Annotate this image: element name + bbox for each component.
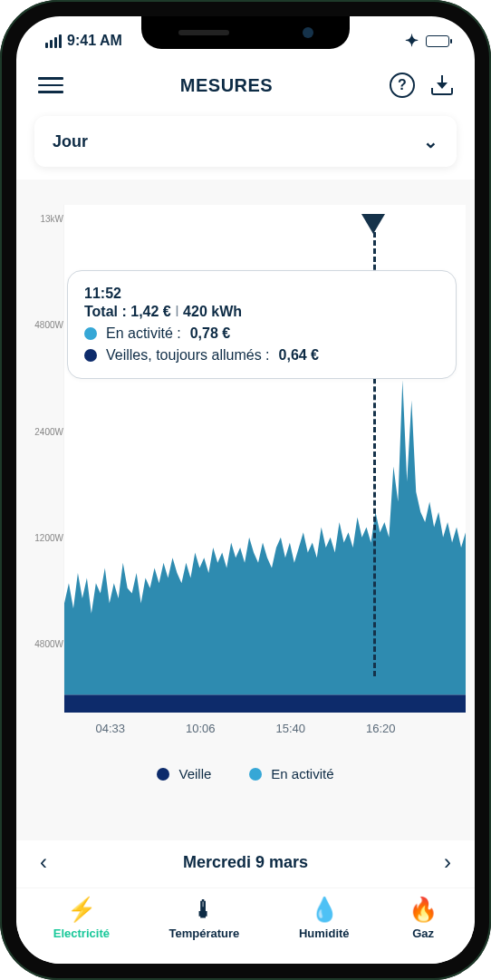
app-header: MESURES ?: [16, 65, 475, 109]
flame-icon: 🔥: [409, 898, 438, 921]
download-icon[interactable]: [431, 75, 453, 95]
tooltip-total: Total : 1,42 € I 420 kWh: [84, 304, 439, 320]
bolt-icon: ⚡: [67, 898, 96, 921]
y-axis-labels: 13kW 4800W 2400W 1200W 4800W: [25, 205, 63, 713]
tooltip-time: 11:52: [84, 286, 439, 302]
tooltip-standby-label: Veilles, toujours allumés :: [106, 347, 270, 364]
dot-active-icon: [84, 327, 97, 340]
droplets-icon: 💧: [310, 898, 339, 921]
tooltip-active-label: En activité :: [106, 325, 181, 342]
page-title: MESURES: [180, 75, 273, 96]
tab-temperature[interactable]: 🌡 Température: [169, 898, 240, 940]
bluetooth-icon: ✦: [405, 31, 419, 51]
current-date: Mercredi 9 mars: [183, 853, 308, 872]
x-axis-labels: 04:33 10:06 15:40 16:20: [25, 713, 466, 752]
chart-marker-icon[interactable]: [361, 214, 385, 234]
menu-icon[interactable]: [38, 77, 63, 93]
chart-container: 13kW 4800W 2400W 1200W 4800W 11:5: [16, 180, 475, 840]
dot-standby-icon: [84, 349, 97, 362]
chart-legend: Veille En activité: [25, 752, 466, 798]
statusbar-time: 9:41 AM: [67, 33, 122, 49]
chevron-down-icon: ⌄: [423, 131, 438, 152]
tab-electricity[interactable]: ⚡ Electricité: [53, 898, 110, 940]
prev-day-button[interactable]: ‹: [40, 849, 47, 875]
tooltip-active-cost: 0,78 €: [190, 325, 230, 342]
tab-bar: ⚡ Electricité 🌡 Température 💧 Humidité 🔥…: [16, 888, 475, 964]
legend-active-icon: [249, 768, 262, 781]
tab-humidity[interactable]: 💧 Humidité: [299, 898, 350, 940]
legend-active-label: En activité: [271, 766, 333, 781]
thermometer-icon: 🌡: [192, 898, 216, 921]
legend-standby-label: Veille: [178, 766, 211, 781]
next-day-button[interactable]: ›: [444, 849, 451, 875]
period-dropdown[interactable]: Jour ⌄: [34, 116, 457, 167]
tab-gas[interactable]: 🔥 Gaz: [409, 898, 438, 940]
period-label: Jour: [53, 132, 88, 151]
legend-standby-icon: [157, 768, 169, 781]
battery-icon: [426, 35, 449, 47]
help-icon[interactable]: ?: [390, 73, 415, 98]
svg-rect-0: [64, 694, 466, 713]
date-navigator: ‹ Mercredi 9 mars ›: [16, 840, 475, 888]
tooltip-standby-cost: 0,64 €: [279, 347, 319, 364]
signal-icon: [45, 34, 62, 48]
chart-tooltip: 11:52 Total : 1,42 € I 420 kWh En activi…: [67, 270, 457, 379]
